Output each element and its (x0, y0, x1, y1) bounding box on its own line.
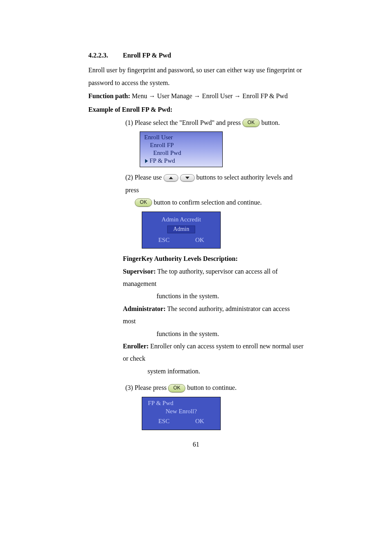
screen-prompt: New Enroll? (145, 407, 217, 415)
screen-selected-value: Admin (167, 226, 195, 233)
pointer-icon (145, 159, 148, 163)
section-number: 4.2.2.3. (88, 49, 121, 62)
step-3: (3) Please press OK button to continue. (125, 382, 304, 394)
enroller-label: Enroller: (123, 343, 149, 350)
ok-button-icon: OK (242, 119, 260, 127)
enroller-text: Enroller only can access system to enrol… (123, 343, 304, 362)
screen-title: Admin Accredit (145, 214, 217, 226)
step3-text-post: button to continue. (187, 384, 236, 391)
section-title: Enroll FP & Pwd (123, 52, 171, 59)
step1-text-pre: (1) Please select the "Enroll Pwd" and p… (125, 119, 242, 126)
administrator-label: Administrator: (123, 305, 166, 312)
device-screen-admin-accredit: Admin Accredit Admin ESC OK (142, 212, 221, 249)
screen-item-fp-pwd-label: FP & Pwd (150, 157, 175, 164)
authority-administrator: Administrator: The second authority, adm… (123, 303, 304, 328)
step2-text-pre: (2) Please use (125, 174, 164, 181)
section-heading: 4.2.2.3. Enroll FP & Pwd (88, 49, 304, 62)
screen-title: Enroll User (144, 134, 218, 141)
ok-button-icon: OK (135, 198, 152, 207)
supervisor-text-cont: functions in the system. (157, 290, 304, 302)
step1-text-post: button. (261, 119, 280, 126)
device-screen-enroll-user: Enroll User Enroll FP Enroll Pwd FP & Pw… (140, 131, 223, 167)
authority-heading: FingerKey Authority Levels Description: (123, 253, 304, 265)
step3-text-pre: (3) Please press (125, 384, 168, 391)
screen-ok-label: OK (195, 234, 204, 246)
intro-paragraph: Enroll user by fingerprint and password,… (88, 64, 304, 89)
ok-button-icon: OK (168, 384, 185, 392)
screen-item-enroll-fp: Enroll FP (144, 141, 218, 149)
supervisor-label: Supervisor: (123, 268, 156, 275)
screen-esc-label: ESC (158, 415, 170, 427)
screen-title: FP & Pwd (145, 399, 217, 407)
page-number: 61 (88, 438, 304, 451)
step-2-line2: OK button to confirm selection and conti… (135, 196, 304, 209)
step-2-line1: (2) Please use buttons to select authori… (125, 171, 304, 196)
administrator-text-cont: functions in the system. (157, 328, 304, 340)
authority-enroller: Enroller: Enroller only can access syste… (123, 340, 304, 365)
authority-supervisor: Supervisor: The top authority, superviso… (123, 265, 304, 290)
screen-ok-label: OK (195, 415, 204, 427)
device-screen-new-enroll: FP & Pwd New Enroll? ESC OK (142, 397, 221, 430)
down-arrow-button-icon (180, 174, 195, 182)
screen-item-enroll-pwd: Enroll Pwd (144, 149, 218, 157)
up-arrow-button-icon (164, 174, 178, 182)
enroller-text-cont: system information. (148, 365, 304, 378)
function-path-value: Menu → User Manage → Enroll User → Enrol… (130, 92, 288, 99)
example-label: Example of Enroll FP & Pwd: (88, 104, 304, 116)
step-1: (1) Please select the "Enroll Pwd" and p… (125, 117, 304, 129)
screen-esc-label: ESC (158, 234, 170, 246)
step2-text-line2: button to confirm selection and continue… (154, 199, 262, 206)
authority-description: FingerKey Authority Levels Description: … (123, 253, 304, 378)
function-path-line: Function path: Menu → User Manage → Enro… (88, 90, 304, 102)
function-path-label: Function path: (88, 92, 130, 99)
screen-item-fp-pwd: FP & Pwd (144, 157, 218, 165)
